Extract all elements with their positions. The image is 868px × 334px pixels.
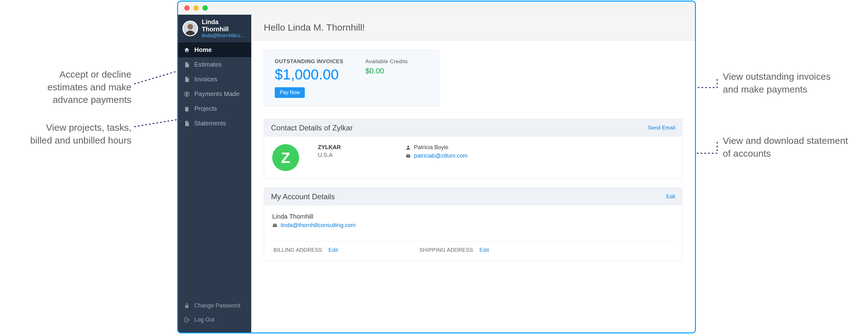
sidebar-item-payments[interactable]: Payments Made — [178, 87, 251, 101]
send-email-link[interactable]: Send Email — [648, 125, 675, 131]
hero: Hello Linda M. Thornhill! — [251, 15, 695, 41]
sidebar: Linda Thornhill linda@thornhillcon... Ho… — [178, 15, 251, 332]
browser-window: Linda Thornhill linda@thornhillcon... Ho… — [177, 1, 696, 333]
clipboard-icon — [184, 106, 190, 112]
svg-rect-3 — [185, 107, 188, 111]
sidebar-item-label: Estimates — [194, 61, 222, 68]
org-logo: Z — [272, 144, 299, 171]
contact-person-email[interactable]: patriciab@zillum.com — [414, 153, 467, 159]
window-titlebar — [178, 2, 695, 15]
pay-now-button[interactable]: Pay Now — [275, 87, 305, 98]
file-icon — [184, 62, 190, 68]
avatar — [182, 21, 198, 36]
billing-address-label: BILLING ADDRESS — [274, 247, 322, 253]
sidebar-item-label: Invoices — [194, 76, 217, 83]
account-panel: My Account Details Edit Linda Thornhill … — [264, 188, 682, 261]
mail-icon — [272, 223, 278, 228]
outstanding-label: OUTSTANDING INVOICES — [275, 59, 343, 65]
main-content: Hello Linda M. Thornhill! OUTSTANDING IN… — [251, 15, 695, 332]
callout-estimates: Accept or declineestimates and makeadvan… — [19, 68, 131, 106]
page-title: Hello Linda M. Thornhill! — [264, 22, 682, 33]
sidebar-item-statements[interactable]: Statements — [178, 116, 251, 131]
lock-icon — [184, 303, 190, 309]
window-minimize-icon[interactable] — [193, 5, 199, 11]
svg-point-1 — [187, 24, 193, 30]
sidebar-item-label: Change Password — [194, 302, 240, 309]
account-panel-title: My Account Details — [271, 192, 335, 201]
mail-icon — [405, 153, 411, 159]
file-icon — [184, 76, 190, 82]
home-icon — [184, 47, 190, 53]
sidebar-bottom: Change Password Log Out — [178, 299, 251, 332]
contact-panel: Contact Details of Zylkar Send Email Z Z… — [264, 119, 682, 179]
profile-email: linda@thornhillcon... — [202, 33, 247, 38]
logout-icon — [184, 317, 190, 323]
sidebar-item-label: Statements — [194, 120, 226, 127]
svg-rect-5 — [185, 305, 188, 308]
account-email[interactable]: linda@thornhillconsulting.com — [281, 222, 355, 229]
profile-block: Linda Thornhill linda@thornhillcon... — [178, 15, 251, 42]
svg-rect-7 — [406, 155, 410, 158]
callout-projects: View projects, tasks,billed and unbilled… — [0, 121, 131, 147]
sidebar-item-projects[interactable]: Projects — [178, 101, 251, 116]
window-close-icon[interactable] — [184, 5, 190, 11]
org-country: U.S.A — [318, 152, 387, 159]
account-name: Linda Thornhill — [272, 213, 674, 220]
svg-rect-4 — [186, 106, 188, 107]
billing-edit-link[interactable]: Edit — [329, 247, 338, 253]
sidebar-nav: Home Estimates Invoices Payments Made — [178, 42, 251, 131]
sidebar-item-label: Log Out — [194, 316, 214, 323]
sidebar-item-label: Projects — [194, 105, 217, 112]
file-icon — [184, 121, 190, 127]
summary-card: OUTSTANDING INVOICES $1,000.00 Pay Now A… — [264, 50, 439, 106]
outstanding-value: $1,000.00 — [275, 66, 343, 83]
svg-rect-8 — [273, 224, 277, 227]
callout-statements: View and download statementof accounts — [723, 134, 867, 160]
sidebar-item-label: Home — [194, 46, 212, 54]
sidebar-item-estimates[interactable]: Estimates — [178, 57, 251, 72]
sidebar-change-password[interactable]: Change Password — [178, 299, 251, 313]
window-zoom-icon[interactable] — [203, 5, 208, 11]
contact-panel-title: Contact Details of Zylkar — [271, 124, 353, 132]
org-name: ZYLKAR — [318, 144, 387, 151]
coin-icon — [184, 91, 190, 97]
sidebar-logout[interactable]: Log Out — [178, 313, 251, 327]
sidebar-item-invoices[interactable]: Invoices — [178, 72, 251, 87]
shipping-address-label: SHIPPING ADDRESS — [419, 247, 473, 253]
credits-value: $0.00 — [365, 67, 408, 75]
account-edit-link[interactable]: Edit — [666, 194, 675, 200]
person-icon — [405, 145, 411, 150]
profile-name: Linda Thornhill — [202, 19, 247, 33]
contact-person-name: Patricia Boyle — [414, 144, 448, 151]
sidebar-item-label: Payments Made — [194, 90, 240, 98]
credits-label: Available Credits — [365, 59, 408, 65]
svg-point-6 — [407, 146, 409, 147]
shipping-edit-link[interactable]: Edit — [479, 247, 489, 253]
sidebar-item-home[interactable]: Home — [178, 42, 251, 57]
callout-outstanding: View outstanding invoicesand make paymen… — [723, 70, 864, 96]
